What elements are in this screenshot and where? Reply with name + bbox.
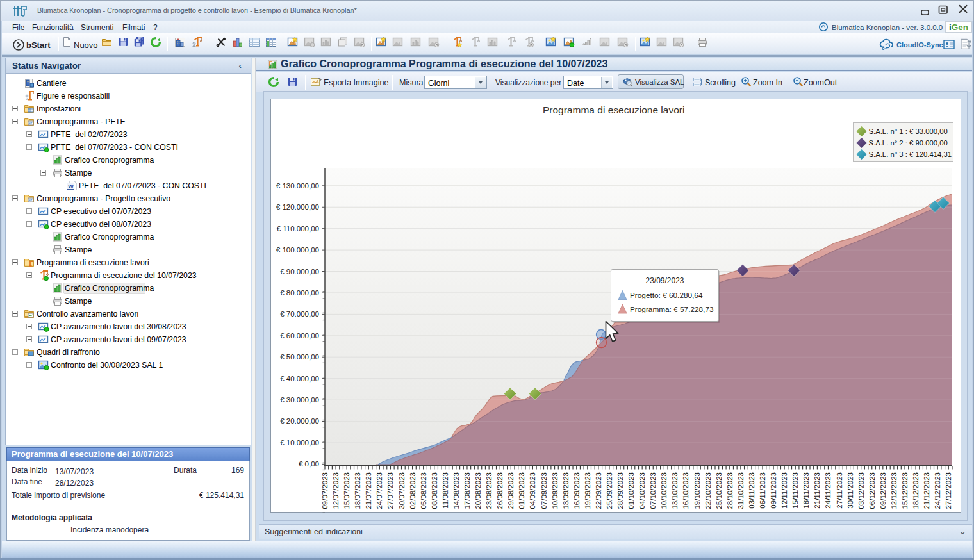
svg-text:02/08/2023: 02/08/2023 bbox=[409, 472, 417, 509]
svg-text:20/08/2023: 20/08/2023 bbox=[474, 472, 482, 509]
svg-text:04/09/2023: 04/09/2023 bbox=[529, 472, 536, 509]
svg-text:07/09/2023: 07/09/2023 bbox=[540, 472, 548, 509]
svg-text:09/12/2023: 09/12/2023 bbox=[879, 472, 887, 509]
svg-text:17/08/2023: 17/08/2023 bbox=[463, 472, 471, 509]
svg-text:S.A.L. n° 1 : € 33.000,00: S.A.L. n° 1 : € 33.000,00 bbox=[869, 128, 948, 135]
svg-text:24/12/2023: 24/12/2023 bbox=[934, 472, 941, 509]
svg-text:18/12/2023: 18/12/2023 bbox=[912, 472, 920, 509]
svg-text:01/09/2023: 01/09/2023 bbox=[518, 472, 525, 509]
svg-text:18/07/2023: 18/07/2023 bbox=[354, 472, 361, 509]
svg-text:21/07/2023: 21/07/2023 bbox=[365, 472, 372, 509]
svg-text:19/09/2023: 19/09/2023 bbox=[584, 472, 591, 509]
svg-text:19/10/2023: 19/10/2023 bbox=[693, 472, 701, 509]
svg-text:16/09/2023: 16/09/2023 bbox=[573, 472, 581, 509]
svg-text:€ 0,00: € 0,00 bbox=[299, 460, 319, 468]
svg-text:W: W bbox=[68, 183, 74, 190]
svg-text:10/10/2023: 10/10/2023 bbox=[660, 472, 668, 509]
svg-text:€ 120.000,00: € 120.000,00 bbox=[276, 203, 319, 211]
svg-text:Programma: € 57.228,73: Programma: € 57.228,73 bbox=[630, 305, 714, 314]
svg-text:Programma di esecuzione lavori: Programma di esecuzione lavori bbox=[543, 104, 684, 115]
svg-text:€ 30.000,00: € 30.000,00 bbox=[280, 396, 319, 404]
svg-text:27/12/2023: 27/12/2023 bbox=[945, 472, 952, 509]
svg-text:€ 10.000,00: € 10.000,00 bbox=[280, 439, 319, 447]
svg-text:29/08/2023: 29/08/2023 bbox=[507, 472, 515, 509]
svg-text:10/09/2023: 10/09/2023 bbox=[551, 472, 559, 509]
svg-text:25/09/2023: 25/09/2023 bbox=[606, 472, 613, 509]
svg-text:12/12/2023: 12/12/2023 bbox=[890, 472, 898, 509]
svg-text:06/12/2023: 06/12/2023 bbox=[868, 472, 876, 509]
svg-text:€ 110.000,00: € 110.000,00 bbox=[277, 225, 319, 233]
svg-text:26/08/2023: 26/08/2023 bbox=[496, 472, 504, 509]
svg-text:24/11/2023: 24/11/2023 bbox=[824, 472, 832, 509]
svg-text:13/10/2023: 13/10/2023 bbox=[671, 472, 679, 509]
svg-text:12/07/2023: 12/07/2023 bbox=[332, 472, 340, 509]
svg-text:09/07/2023: 09/07/2023 bbox=[321, 472, 329, 509]
svg-text:€ 20.000,00: € 20.000,00 bbox=[280, 417, 319, 425]
svg-text:Progetto: € 60.280,64: Progetto: € 60.280,64 bbox=[630, 291, 703, 300]
svg-text:28/09/2023: 28/09/2023 bbox=[616, 472, 624, 509]
svg-text:30/07/2023: 30/07/2023 bbox=[398, 472, 406, 509]
svg-text:15/12/2023: 15/12/2023 bbox=[901, 472, 909, 509]
svg-text:€ 90.000,00: € 90.000,00 bbox=[280, 268, 319, 276]
svg-text:15/07/2023: 15/07/2023 bbox=[343, 472, 351, 509]
svg-text:22/09/2023: 22/09/2023 bbox=[595, 472, 602, 509]
svg-text:09/11/2023: 09/11/2023 bbox=[770, 472, 777, 509]
svg-text:23/08/2023: 23/08/2023 bbox=[485, 472, 493, 509]
svg-text:S.A.L. n° 3 : € 120.414,31: S.A.L. n° 3 : € 120.414,31 bbox=[869, 151, 952, 158]
svg-text:€ 40.000,00: € 40.000,00 bbox=[280, 375, 319, 383]
svg-text:03/11/2023: 03/11/2023 bbox=[748, 472, 755, 509]
svg-text:08/08/2023: 08/08/2023 bbox=[431, 472, 438, 509]
svg-text:27/07/2023: 27/07/2023 bbox=[386, 472, 394, 509]
svg-text:01/10/2023: 01/10/2023 bbox=[627, 472, 635, 509]
svg-text:21/12/2023: 21/12/2023 bbox=[923, 472, 930, 509]
svg-text:€ 70.000,00: € 70.000,00 bbox=[280, 310, 319, 318]
svg-text:€ 100.000,00: € 100.000,00 bbox=[276, 246, 319, 254]
svg-text:€ 60.000,00: € 60.000,00 bbox=[280, 332, 319, 340]
svg-text:25/10/2023: 25/10/2023 bbox=[715, 472, 723, 509]
svg-text:16/10/2023: 16/10/2023 bbox=[682, 472, 689, 509]
svg-text:05/08/2023: 05/08/2023 bbox=[420, 472, 427, 509]
svg-text:11/08/2023: 11/08/2023 bbox=[442, 472, 449, 509]
svg-text:24/07/2023: 24/07/2023 bbox=[376, 472, 383, 509]
svg-text:23/09/2023: 23/09/2023 bbox=[645, 276, 684, 285]
svg-text:28/10/2023: 28/10/2023 bbox=[726, 472, 734, 509]
svg-text:S.A.L. n° 2 : € 90.000,00: S.A.L. n° 2 : € 90.000,00 bbox=[869, 139, 948, 147]
svg-text:€ 130.000,00: € 130.000,00 bbox=[276, 182, 319, 190]
svg-text:06/11/2023: 06/11/2023 bbox=[759, 472, 766, 509]
svg-text:07/10/2023: 07/10/2023 bbox=[649, 472, 657, 509]
svg-text:21/11/2023: 21/11/2023 bbox=[813, 472, 821, 509]
svg-text:€ 80.000,00: € 80.000,00 bbox=[280, 289, 319, 297]
svg-text:03/12/2023: 03/12/2023 bbox=[857, 472, 865, 509]
svg-text:27/11/2023: 27/11/2023 bbox=[836, 472, 843, 509]
svg-text:€ 50.000,00: € 50.000,00 bbox=[280, 353, 319, 361]
svg-text:31/10/2023: 31/10/2023 bbox=[737, 472, 745, 509]
svg-text:12/11/2023: 12/11/2023 bbox=[780, 472, 788, 509]
svg-text:04/10/2023: 04/10/2023 bbox=[638, 472, 646, 509]
svg-text:13/09/2023: 13/09/2023 bbox=[562, 472, 570, 509]
svg-text:14/08/2023: 14/08/2023 bbox=[452, 472, 460, 509]
svg-text:15/11/2023: 15/11/2023 bbox=[791, 472, 799, 509]
svg-text:18/11/2023: 18/11/2023 bbox=[802, 472, 810, 509]
svg-text:30/11/2023: 30/11/2023 bbox=[846, 472, 854, 509]
svg-text:22/10/2023: 22/10/2023 bbox=[704, 472, 712, 509]
